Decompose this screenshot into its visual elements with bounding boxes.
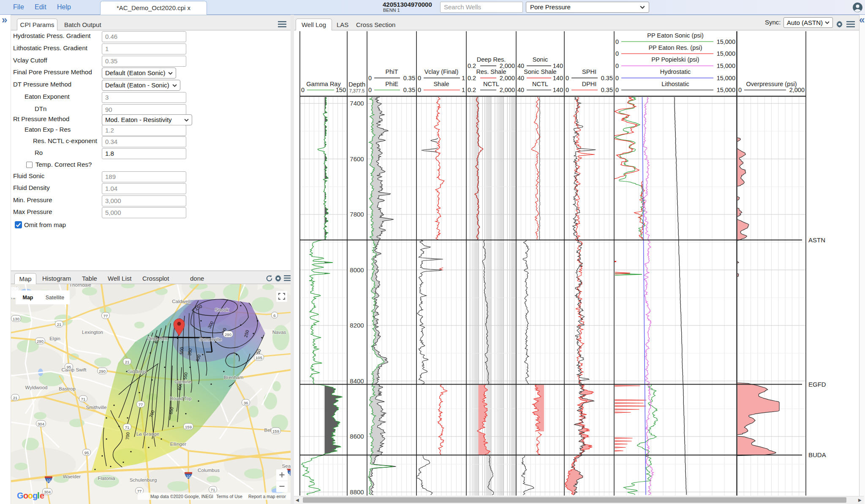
svg-text:NCTL: NCTL <box>532 81 548 87</box>
svg-text:0: 0 <box>368 87 372 93</box>
svg-text:0.35: 0.35 <box>601 87 613 93</box>
svg-text:15,000: 15,000 <box>717 38 735 45</box>
svg-text:Hydrostatic: Hydrostatic <box>660 68 691 75</box>
svg-text:140: 140 <box>553 75 563 81</box>
svg-text:Lexington: Lexington <box>82 330 103 335</box>
svg-text:290: 290 <box>99 369 106 374</box>
svg-text:130: 130 <box>13 317 19 321</box>
svg-text:15,000: 15,000 <box>717 75 735 81</box>
svg-text:2,000: 2,000 <box>789 87 805 93</box>
svg-text:10: 10 <box>46 479 51 483</box>
svg-text:Sealy: Sealy <box>282 463 291 469</box>
svg-text:Thorndale: Thorndale <box>69 284 91 287</box>
svg-text:Waelder: Waelder <box>63 474 81 479</box>
svg-text:15,000: 15,000 <box>717 62 735 69</box>
svg-text:7800: 7800 <box>350 211 364 218</box>
svg-text:2,000: 2,000 <box>500 75 515 81</box>
svg-text:1: 1 <box>462 75 465 81</box>
svg-text:Columbus: Columbus <box>198 468 220 473</box>
svg-text:BUDA: BUDA <box>808 451 826 458</box>
svg-text:ASTN: ASTN <box>808 236 825 244</box>
svg-text:304: 304 <box>38 422 44 426</box>
svg-text:71: 71 <box>211 488 215 492</box>
svg-text:15,000: 15,000 <box>717 50 735 57</box>
svg-text:Report a map error: Report a map error <box>248 494 286 499</box>
svg-text:Map: Map <box>23 295 33 301</box>
svg-text:71: 71 <box>125 425 130 430</box>
svg-text:PhiE: PhiE <box>385 81 398 87</box>
svg-text:10: 10 <box>186 474 190 479</box>
svg-text:15,000: 15,000 <box>717 87 735 93</box>
svg-text:77: 77 <box>137 489 142 493</box>
svg-text:Caldwell: Caldwell <box>172 299 190 304</box>
svg-text:0: 0 <box>418 75 421 81</box>
svg-text:2,000: 2,000 <box>500 87 515 93</box>
svg-text:8000: 8000 <box>350 266 364 274</box>
svg-text:71: 71 <box>81 397 86 401</box>
svg-text:150: 150 <box>336 87 346 93</box>
svg-text:8400: 8400 <box>350 377 364 385</box>
svg-text:0: 0 <box>615 87 619 93</box>
svg-text:Terms of Use: Terms of Use <box>216 494 242 499</box>
svg-text:7,377.5: 7,377.5 <box>349 88 365 93</box>
svg-text:40: 40 <box>517 87 524 93</box>
svg-text:Lithostatic: Lithostatic <box>661 81 689 87</box>
svg-text:Brenham: Brenham <box>224 375 244 380</box>
svg-text:36: 36 <box>244 401 248 405</box>
svg-text:21: 21 <box>13 396 18 400</box>
svg-text:Satellite: Satellite <box>46 295 65 301</box>
svg-text:0: 0 <box>368 75 372 81</box>
svg-text:e: e <box>40 491 44 500</box>
svg-text:290: 290 <box>37 339 44 344</box>
svg-text:l: l <box>37 491 40 500</box>
svg-text:SPHI: SPHI <box>582 68 596 75</box>
svg-text:500: 500 <box>179 347 184 355</box>
svg-text:0: 0 <box>301 87 305 93</box>
svg-text:Round Top: Round Top <box>170 396 192 401</box>
svg-text:0: 0 <box>615 62 619 69</box>
svg-text:0: 0 <box>566 87 569 93</box>
svg-text:1: 1 <box>462 87 465 93</box>
svg-text:Shale: Shale <box>433 81 449 87</box>
svg-text:Elgin: Elgin <box>49 336 60 341</box>
svg-text:0.2: 0.2 <box>468 87 476 93</box>
svg-text:40: 40 <box>517 75 524 81</box>
svg-text:Bastrop: Bastrop <box>59 386 76 391</box>
svg-text:0: 0 <box>566 75 569 81</box>
svg-text:95: 95 <box>84 450 89 455</box>
svg-text:0.35: 0.35 <box>403 87 415 93</box>
svg-text:Flatonia: Flatonia <box>98 476 116 481</box>
svg-text:40: 40 <box>517 62 524 69</box>
svg-text:NCTL: NCTL <box>483 81 499 87</box>
svg-text:Depth: Depth <box>348 81 365 88</box>
svg-text:7600: 7600 <box>350 155 364 163</box>
svg-text:0: 0 <box>615 75 619 81</box>
svg-text:7400: 7400 <box>350 100 364 107</box>
svg-text:140: 140 <box>553 87 563 93</box>
svg-text:Snook: Snook <box>215 307 229 312</box>
svg-text:290: 290 <box>225 332 231 337</box>
svg-text:350: 350 <box>187 348 193 356</box>
svg-text:650: 650 <box>168 406 174 415</box>
svg-text:Dime Box: Dime Box <box>147 336 167 341</box>
svg-text:Navas: Navas <box>272 330 286 335</box>
svg-text:77: 77 <box>103 314 108 318</box>
svg-text:Carmine: Carmine <box>174 379 191 384</box>
svg-text:8600: 8600 <box>350 433 364 440</box>
svg-text:105: 105 <box>256 355 262 360</box>
svg-text:Schulenburg: Schulenburg <box>130 477 157 482</box>
svg-text:0.35: 0.35 <box>403 75 415 81</box>
svg-text:Vclay (Final): Vclay (Final) <box>424 68 459 75</box>
svg-text:95: 95 <box>67 365 71 369</box>
svg-text:Ellinger: Ellinger <box>170 442 187 447</box>
svg-text:Somerville: Somerville <box>199 337 222 342</box>
svg-text:Map data ©2020 Google, INEGI: Map data ©2020 Google, INEGI <box>150 494 213 499</box>
svg-text:0.2: 0.2 <box>468 75 476 81</box>
svg-text:PP Popielski (psi): PP Popielski (psi) <box>651 56 699 63</box>
svg-text:700: 700 <box>125 432 130 440</box>
svg-text:159: 159 <box>185 425 192 429</box>
svg-text:PP Eaton Res. (psi): PP Eaton Res. (psi) <box>648 44 702 51</box>
svg-text:21: 21 <box>57 322 62 327</box>
svg-text:304: 304 <box>44 490 51 494</box>
svg-text:G: G <box>17 491 24 500</box>
